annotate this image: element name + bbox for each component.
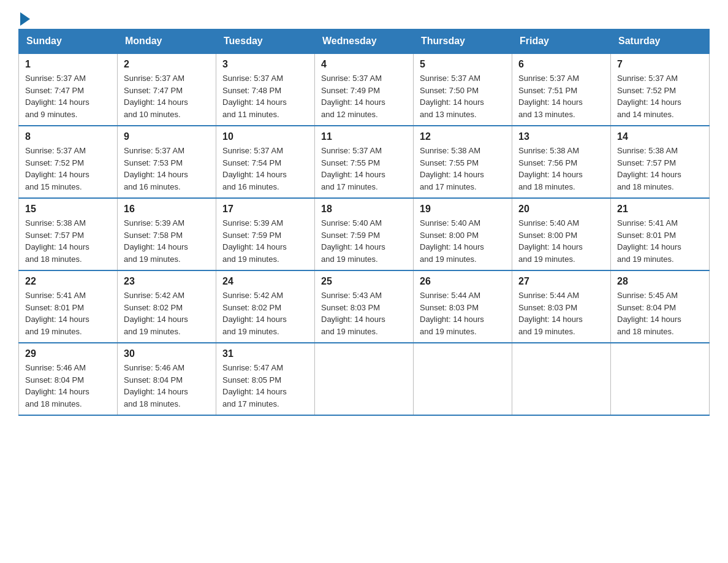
calendar-table: SundayMondayTuesdayWednesdayThursdayFrid…: [18, 29, 710, 416]
calendar-week-1: 1 Sunrise: 5:37 AMSunset: 7:47 PMDayligh…: [19, 53, 710, 126]
calendar-week-3: 15 Sunrise: 5:38 AMSunset: 7:57 PMDaylig…: [19, 198, 710, 270]
day-number: 13: [518, 131, 604, 142]
day-number: 17: [222, 204, 308, 215]
column-header-monday: Monday: [118, 29, 216, 54]
calendar-cell: 24 Sunrise: 5:42 AMSunset: 8:02 PMDaylig…: [216, 270, 315, 343]
day-number: 20: [518, 204, 604, 215]
day-info: Sunrise: 5:39 AMSunset: 7:58 PMDaylight:…: [124, 218, 188, 264]
day-number: 16: [124, 204, 210, 215]
day-number: 23: [124, 276, 210, 287]
calendar-cell: 8 Sunrise: 5:37 AMSunset: 7:52 PMDayligh…: [19, 126, 118, 198]
day-info: Sunrise: 5:37 AMSunset: 7:51 PMDaylight:…: [518, 74, 583, 119]
calendar-cell: 14 Sunrise: 5:38 AMSunset: 7:57 PMDaylig…: [611, 126, 710, 198]
day-number: 6: [518, 59, 604, 70]
day-info: Sunrise: 5:45 AMSunset: 8:04 PMDaylight:…: [617, 291, 681, 336]
column-header-sunday: Sunday: [19, 29, 118, 54]
day-number: 18: [321, 204, 407, 215]
column-header-saturday: Saturday: [611, 29, 710, 54]
calendar-cell: 27 Sunrise: 5:44 AMSunset: 8:03 PMDaylig…: [512, 270, 611, 343]
calendar-cell: 23 Sunrise: 5:42 AMSunset: 8:02 PMDaylig…: [118, 270, 216, 343]
day-number: 1: [25, 59, 111, 70]
day-number: 10: [222, 131, 308, 142]
calendar-cell: 12 Sunrise: 5:38 AMSunset: 7:55 PMDaylig…: [414, 126, 512, 198]
day-number: 27: [518, 276, 604, 287]
day-number: 9: [124, 131, 210, 142]
calendar-cell: 7 Sunrise: 5:37 AMSunset: 7:52 PMDayligh…: [611, 53, 710, 126]
day-info: Sunrise: 5:40 AMSunset: 8:00 PMDaylight:…: [420, 218, 484, 264]
day-number: 28: [617, 276, 703, 287]
calendar-cell: 13 Sunrise: 5:38 AMSunset: 7:56 PMDaylig…: [512, 126, 611, 198]
calendar-cell: 15 Sunrise: 5:38 AMSunset: 7:57 PMDaylig…: [19, 198, 118, 270]
day-info: Sunrise: 5:41 AMSunset: 8:01 PMDaylight:…: [25, 291, 89, 336]
day-number: 21: [617, 204, 703, 215]
calendar-week-5: 29 Sunrise: 5:46 AMSunset: 8:04 PMDaylig…: [19, 343, 710, 415]
day-number: 2: [124, 59, 210, 70]
day-info: Sunrise: 5:38 AMSunset: 7:57 PMDaylight:…: [25, 218, 89, 264]
day-info: Sunrise: 5:40 AMSunset: 8:00 PMDaylight:…: [518, 218, 583, 264]
calendar-cell: 26 Sunrise: 5:44 AMSunset: 8:03 PMDaylig…: [414, 270, 512, 343]
day-number: 24: [222, 276, 308, 287]
calendar-cell: 1 Sunrise: 5:37 AMSunset: 7:47 PMDayligh…: [19, 53, 118, 126]
calendar-cell: 9 Sunrise: 5:37 AMSunset: 7:53 PMDayligh…: [118, 126, 216, 198]
calendar-cell: 2 Sunrise: 5:37 AMSunset: 7:47 PMDayligh…: [118, 53, 216, 126]
day-number: 15: [25, 204, 111, 215]
day-number: 8: [25, 131, 111, 142]
day-info: Sunrise: 5:46 AMSunset: 8:04 PMDaylight:…: [25, 363, 89, 408]
day-info: Sunrise: 5:47 AMSunset: 8:05 PMDaylight:…: [222, 363, 287, 408]
calendar-cell: [611, 343, 710, 415]
day-number: 26: [420, 276, 506, 287]
calendar-cell: 31 Sunrise: 5:47 AMSunset: 8:05 PMDaylig…: [216, 343, 315, 415]
day-number: 14: [617, 131, 703, 142]
column-header-tuesday: Tuesday: [216, 29, 315, 54]
day-number: 4: [321, 59, 407, 70]
day-info: Sunrise: 5:46 AMSunset: 8:04 PMDaylight:…: [124, 363, 188, 408]
day-info: Sunrise: 5:37 AMSunset: 7:55 PMDaylight:…: [321, 146, 385, 191]
day-info: Sunrise: 5:37 AMSunset: 7:48 PMDaylight:…: [222, 74, 287, 119]
calendar-cell: 16 Sunrise: 5:39 AMSunset: 7:58 PMDaylig…: [118, 198, 216, 270]
day-info: Sunrise: 5:38 AMSunset: 7:56 PMDaylight:…: [518, 146, 583, 191]
day-info: Sunrise: 5:44 AMSunset: 8:03 PMDaylight:…: [420, 291, 484, 336]
calendar-cell: 6 Sunrise: 5:37 AMSunset: 7:51 PMDayligh…: [512, 53, 611, 126]
day-number: 31: [222, 348, 308, 359]
day-number: 22: [25, 276, 111, 287]
day-number: 3: [222, 59, 308, 70]
calendar-cell: 10 Sunrise: 5:37 AMSunset: 7:54 PMDaylig…: [216, 126, 315, 198]
day-info: Sunrise: 5:37 AMSunset: 7:52 PMDaylight:…: [25, 146, 89, 191]
day-info: Sunrise: 5:37 AMSunset: 7:47 PMDaylight:…: [124, 74, 188, 119]
day-info: Sunrise: 5:41 AMSunset: 8:01 PMDaylight:…: [617, 218, 681, 264]
calendar-cell: 19 Sunrise: 5:40 AMSunset: 8:00 PMDaylig…: [414, 198, 512, 270]
day-number: 11: [321, 131, 407, 142]
day-number: 19: [420, 204, 506, 215]
logo: [18, 12, 30, 23]
day-info: Sunrise: 5:42 AMSunset: 8:02 PMDaylight:…: [222, 291, 287, 336]
column-header-thursday: Thursday: [414, 29, 512, 54]
day-info: Sunrise: 5:43 AMSunset: 8:03 PMDaylight:…: [321, 291, 385, 336]
day-number: 12: [420, 131, 506, 142]
day-info: Sunrise: 5:37 AMSunset: 7:50 PMDaylight:…: [420, 74, 484, 119]
day-info: Sunrise: 5:44 AMSunset: 8:03 PMDaylight:…: [518, 291, 583, 336]
calendar-cell: 29 Sunrise: 5:46 AMSunset: 8:04 PMDaylig…: [19, 343, 118, 415]
day-info: Sunrise: 5:42 AMSunset: 8:02 PMDaylight:…: [124, 291, 188, 336]
header-row: SundayMondayTuesdayWednesdayThursdayFrid…: [19, 29, 710, 54]
day-info: Sunrise: 5:37 AMSunset: 7:53 PMDaylight:…: [124, 146, 188, 191]
day-number: 5: [420, 59, 506, 70]
page-header: [18, 12, 710, 23]
calendar-cell: 22 Sunrise: 5:41 AMSunset: 8:01 PMDaylig…: [19, 270, 118, 343]
day-info: Sunrise: 5:40 AMSunset: 7:59 PMDaylight:…: [321, 218, 385, 264]
calendar-cell: 4 Sunrise: 5:37 AMSunset: 7:49 PMDayligh…: [315, 53, 414, 126]
calendar-cell: [414, 343, 512, 415]
calendar-cell: 18 Sunrise: 5:40 AMSunset: 7:59 PMDaylig…: [315, 198, 414, 270]
day-number: 30: [124, 348, 210, 359]
column-header-wednesday: Wednesday: [315, 29, 414, 54]
day-info: Sunrise: 5:38 AMSunset: 7:55 PMDaylight:…: [420, 146, 484, 191]
day-info: Sunrise: 5:37 AMSunset: 7:52 PMDaylight:…: [617, 74, 681, 119]
column-header-friday: Friday: [512, 29, 611, 54]
calendar-week-4: 22 Sunrise: 5:41 AMSunset: 8:01 PMDaylig…: [19, 270, 710, 343]
calendar-cell: 28 Sunrise: 5:45 AMSunset: 8:04 PMDaylig…: [611, 270, 710, 343]
calendar-cell: 5 Sunrise: 5:37 AMSunset: 7:50 PMDayligh…: [414, 53, 512, 126]
day-info: Sunrise: 5:37 AMSunset: 7:54 PMDaylight:…: [222, 146, 287, 191]
calendar-cell: 11 Sunrise: 5:37 AMSunset: 7:55 PMDaylig…: [315, 126, 414, 198]
day-number: 7: [617, 59, 703, 70]
calendar-cell: 20 Sunrise: 5:40 AMSunset: 8:00 PMDaylig…: [512, 198, 611, 270]
day-info: Sunrise: 5:39 AMSunset: 7:59 PMDaylight:…: [222, 218, 287, 264]
